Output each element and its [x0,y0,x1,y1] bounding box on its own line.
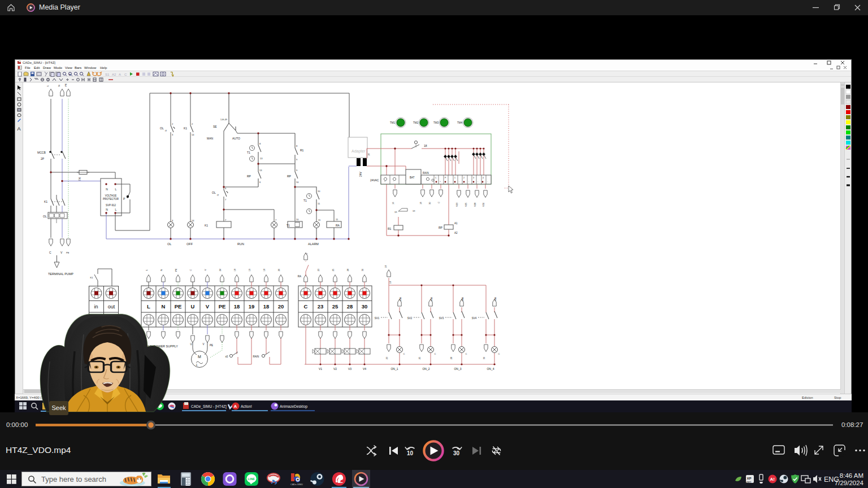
svg-text:CADe_SIMU - [HT4Z]: CADe_SIMU - [HT4Z] [191,404,227,409]
svg-text:8:46 AM: 8:46 AM [840,472,863,479]
svg-text:10: 10 [407,450,414,456]
svg-text:CADe-SIMU: CADe-SIMU [290,483,303,486]
svg-text:7/29/2024: 7/29/2024 [835,480,864,486]
svg-text:A: A [234,404,237,409]
svg-text:pen: pen [747,480,752,483]
svg-text:LINE: LINE [248,477,255,481]
svg-text:A!: A! [770,477,775,482]
svg-text:A: A [119,73,121,76]
svg-text:A: A [18,126,21,132]
svg-text:C: C [124,73,127,76]
svg-text:A2: A2 [112,73,116,76]
svg-text:Action!: Action! [241,404,252,408]
svg-text:30: 30 [453,450,460,456]
svg-text:S1: S1 [105,73,110,76]
svg-text:AnimazeDesktop: AnimazeDesktop [280,404,308,409]
